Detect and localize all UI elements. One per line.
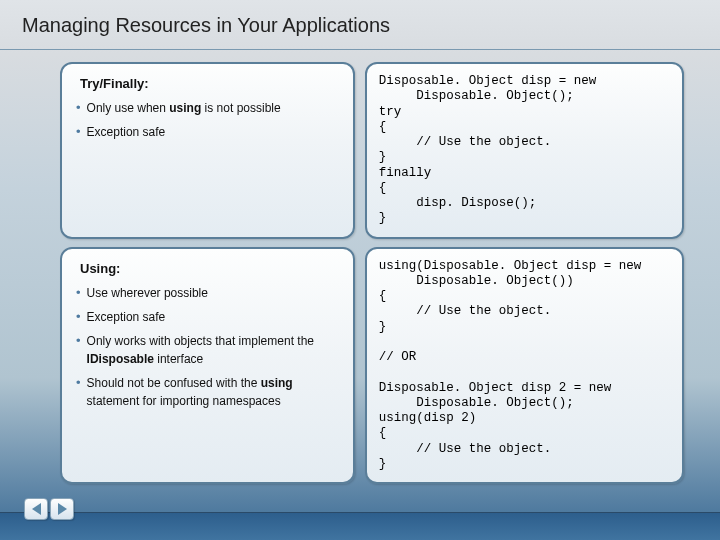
triangle-right-icon (58, 503, 67, 515)
bullet-item: •Use wherever possible (76, 284, 341, 302)
bullet-item: •Exception safe (76, 123, 341, 141)
bullet-dot-icon: • (76, 99, 81, 117)
bullet-dot-icon: • (76, 332, 81, 350)
bullet-dot-icon: • (76, 374, 81, 392)
bullet-item: •Should not be confused with the using s… (76, 374, 341, 410)
nav-controls (24, 498, 74, 520)
triangle-left-icon (32, 503, 41, 515)
panel-try-finally-text: Try/Finally: •Only use when using is not… (60, 62, 355, 239)
bullet-dot-icon: • (76, 123, 81, 141)
heading-try-finally: Try/Finally: (80, 76, 341, 91)
row-try-finally: Try/Finally: •Only use when using is not… (60, 62, 684, 239)
bullet-text: Only use when using is not possible (87, 99, 281, 117)
bullet-text: Only works with objects that implement t… (87, 332, 341, 368)
bullet-text: Use wherever possible (87, 284, 208, 302)
bullet-dot-icon: • (76, 284, 81, 302)
footer-bar (0, 512, 720, 540)
bullet-dot-icon: • (76, 308, 81, 326)
heading-using: Using: (80, 261, 341, 276)
panel-using-code: using(Disposable. Object disp = new Disp… (365, 247, 684, 485)
bullet-text: Should not be confused with the using st… (87, 374, 341, 410)
next-button[interactable] (50, 498, 74, 520)
page-title: Managing Resources in Your Applications (0, 0, 720, 50)
bullet-text: Exception safe (87, 123, 166, 141)
bullet-item: •Only use when using is not possible (76, 99, 341, 117)
panel-using-text: Using: •Use wherever possible •Exception… (60, 247, 355, 485)
bullet-text: Exception safe (87, 308, 166, 326)
bullet-item: •Only works with objects that implement … (76, 332, 341, 368)
prev-button[interactable] (24, 498, 48, 520)
bullet-item: •Exception safe (76, 308, 341, 326)
panel-try-finally-code: Disposable. Object disp = new Disposable… (365, 62, 684, 239)
row-using: Using: •Use wherever possible •Exception… (60, 247, 684, 485)
slide-body: Try/Finally: •Only use when using is not… (0, 50, 720, 494)
